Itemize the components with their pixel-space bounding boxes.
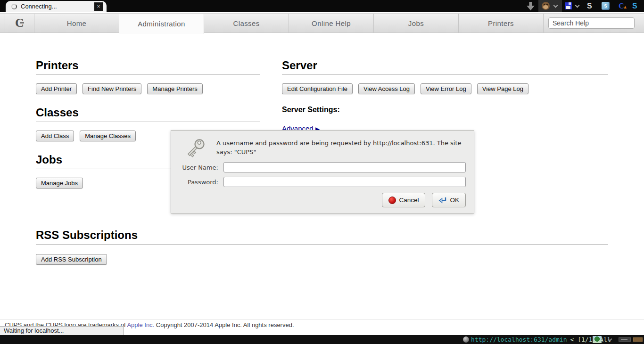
loading-spinner-icon xyxy=(11,4,17,9)
printers-section-title: Printers xyxy=(36,59,260,75)
emoji-menu-button[interactable] xyxy=(538,0,562,12)
taskbar-url-area: http://localhost:631/admin < [1/1] All xyxy=(463,335,611,344)
ok-enter-arrow-icon xyxy=(438,197,447,204)
add-printer-button[interactable]: Add Printer xyxy=(36,83,77,94)
cancel-button[interactable]: Cancel xyxy=(382,193,425,207)
globe-icon xyxy=(463,336,469,343)
view-error-log-button[interactable]: View Error Log xyxy=(421,83,471,94)
ok-button[interactable]: OK xyxy=(432,193,466,207)
window-titlebar: Connecting... × S s C▴ S xyxy=(0,0,644,12)
admin-right-column: Server Edit Configuration File View Acce… xyxy=(282,59,608,132)
tab-classes[interactable]: Classes xyxy=(204,14,289,33)
tab-printers[interactable]: Printers xyxy=(459,14,544,33)
nav-search-area xyxy=(544,14,639,33)
tab-online-help[interactable]: Online Help xyxy=(289,14,374,33)
screen: Connecting... × S s C▴ S C Home Administ… xyxy=(0,0,644,344)
cancel-stop-icon xyxy=(388,197,396,204)
nav-tab-bar: C Home Administration Classes Online Hel… xyxy=(0,13,644,33)
browser-tab[interactable]: Connecting... × xyxy=(6,1,107,12)
browser-status-text: Waiting for localhost... xyxy=(0,326,124,335)
tab-title: Connecting... xyxy=(21,3,57,10)
ok-button-label: OK xyxy=(450,197,459,204)
tab-home[interactable]: Home xyxy=(34,14,119,33)
username-label: User Name: xyxy=(178,164,218,171)
rss-section: RSS Subscriptions Add RSS Subscription xyxy=(36,229,608,265)
footer-text: Copyright 2007-2014 Apple Inc. All right… xyxy=(154,321,294,328)
download-arrow-icon[interactable] xyxy=(527,2,535,10)
add-class-button[interactable]: Add Class xyxy=(36,131,74,141)
view-access-log-button[interactable]: View Access Log xyxy=(358,83,415,94)
save-floppy-icon[interactable] xyxy=(565,2,572,9)
monkey-icon xyxy=(542,2,550,10)
auth-dialog-message: A username and password are being reques… xyxy=(216,139,462,157)
auth-dialog: A username and password are being reques… xyxy=(171,130,474,213)
manage-classes-button[interactable]: Manage Classes xyxy=(80,131,136,141)
key-icon xyxy=(184,135,208,160)
wallpaper-thumbnail-icon[interactable] xyxy=(593,336,602,343)
floppy-shutter xyxy=(569,2,571,5)
tray-skype-icon[interactable]: S xyxy=(632,0,637,11)
server-section-title: Server xyxy=(282,59,608,75)
apple-inc-link[interactable]: Apple Inc. xyxy=(127,321,154,328)
find-new-printers-button[interactable]: Find New Printers xyxy=(83,83,141,94)
manage-printers-button[interactable]: Manage Printers xyxy=(147,83,202,94)
cups-logo[interactable]: C xyxy=(5,14,34,33)
chevron-down-icon xyxy=(553,3,558,8)
cancel-button-label: Cancel xyxy=(399,197,419,204)
workspace-pager: < [1/1] All xyxy=(570,336,611,343)
chevron-down-icon[interactable] xyxy=(575,3,580,8)
edit-configuration-file-button[interactable]: Edit Configuration File xyxy=(282,83,353,94)
tab-jobs[interactable]: Jobs xyxy=(374,14,459,33)
search-help-input[interactable] xyxy=(548,17,635,29)
cups-c-glyph: C xyxy=(15,16,24,30)
rss-section-title: RSS Subscriptions xyxy=(36,229,608,245)
password-label: Password: xyxy=(178,179,218,186)
tray-s-cube-icon[interactable]: s xyxy=(602,2,610,10)
view-page-log-button[interactable]: View Page Log xyxy=(477,83,528,94)
taskbar-url: http://localhost:631/admin xyxy=(471,336,567,343)
manage-jobs-button[interactable]: Manage Jobs xyxy=(36,178,83,188)
taskbar: http://localhost:631/admin < [1/1] All xyxy=(0,335,644,344)
taskbar-mini-window-icon[interactable] xyxy=(619,337,631,342)
tab-close-button[interactable]: × xyxy=(94,2,103,11)
floppy-label xyxy=(566,6,570,9)
tray-s-outline-icon[interactable]: S xyxy=(587,0,592,11)
taskbar-mini-window-icon-2[interactable] xyxy=(633,337,643,342)
classes-section-title: Classes xyxy=(36,106,260,122)
tray-c-logo-icon[interactable]: C▴ xyxy=(619,0,627,11)
add-rss-subscription-button[interactable]: Add RSS Subscription xyxy=(36,254,107,265)
server-settings-label: Server Settings: xyxy=(282,106,608,114)
password-field[interactable] xyxy=(223,177,466,187)
username-field[interactable] xyxy=(223,162,466,172)
tab-administration[interactable]: Administration xyxy=(119,14,204,34)
